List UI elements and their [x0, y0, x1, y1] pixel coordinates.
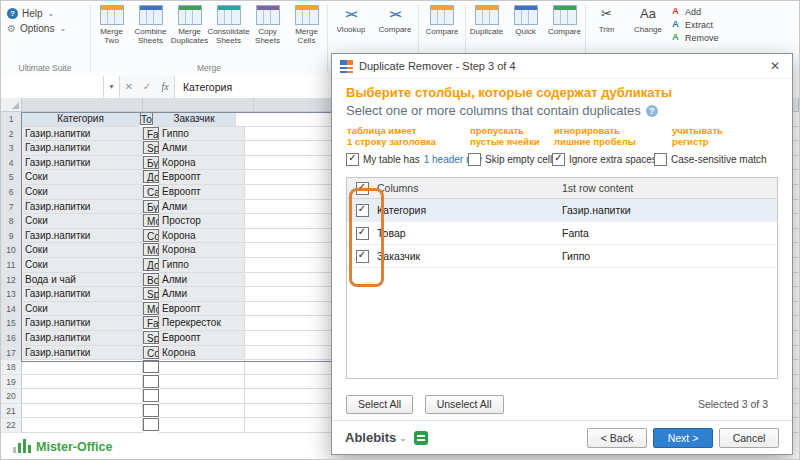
row-number[interactable]: 7 — [1, 200, 22, 215]
name-box[interactable] — [1, 76, 104, 98]
cell[interactable] — [143, 389, 159, 402]
ribbon-small-button[interactable]: A Remove — [670, 32, 719, 43]
cell[interactable]: Соки — [22, 185, 143, 200]
row-number[interactable]: 9 — [1, 229, 22, 244]
row-number[interactable]: 19 — [1, 375, 22, 390]
cell[interactable]: Газир.напитки — [22, 346, 143, 361]
column-header[interactable] — [22, 98, 143, 112]
options-menu[interactable]: ⚙ Options — [1, 21, 89, 36]
column-list-item[interactable]: Товар Fanta — [347, 222, 777, 245]
cell[interactable]: Газир.напитки — [22, 141, 143, 156]
row-number[interactable]: 14 — [1, 302, 22, 317]
ribbon-small-button[interactable]: A Add — [670, 6, 719, 17]
cell[interactable] — [22, 375, 143, 390]
cell[interactable]: Алми — [159, 200, 245, 215]
cell[interactable]: Coca-Cola Light — [143, 229, 159, 242]
help-circle-icon[interactable]: ? — [646, 105, 658, 117]
row-number[interactable]: 13 — [1, 287, 22, 302]
cell[interactable]: Соки — [22, 170, 143, 185]
cell[interactable] — [22, 418, 143, 433]
row-number[interactable]: 8 — [1, 214, 22, 229]
cell[interactable]: Корона — [159, 229, 245, 244]
help-menu[interactable]: ? Help — [1, 6, 89, 21]
cell[interactable]: Буратино — [143, 156, 159, 169]
cell[interactable]: Евроопт — [159, 331, 245, 346]
cell[interactable]: Корона — [159, 156, 245, 171]
cell[interactable]: Газир.напитки — [22, 331, 143, 346]
checkbox-icon[interactable] — [552, 153, 565, 166]
cell[interactable]: BonAqua — [143, 273, 159, 286]
cell[interactable]: Добрый виноград — [143, 258, 159, 271]
cell[interactable] — [143, 404, 159, 417]
row-number[interactable]: 18 — [1, 360, 22, 375]
cell[interactable]: Соки — [22, 214, 143, 229]
next-button[interactable]: Next > — [653, 428, 713, 448]
column-checkbox[interactable] — [356, 250, 369, 263]
ribbon-button[interactable]: Duplicate — [467, 5, 506, 45]
cell[interactable] — [159, 389, 245, 404]
row-number[interactable]: 11 — [1, 258, 22, 273]
cell[interactable]: Газир.напитки — [22, 316, 143, 331]
cancel-button[interactable]: Cancel — [719, 428, 779, 448]
row-number[interactable]: 10 — [1, 243, 22, 258]
ablebits-brand-menu[interactable]: Ablebits — [345, 430, 407, 445]
row-number[interactable]: 6 — [1, 185, 22, 200]
cell[interactable] — [159, 360, 245, 375]
column-list-item[interactable]: Категория Газир.напитки — [347, 199, 777, 222]
checkbox-icon[interactable] — [346, 153, 359, 166]
option-skip-empty-cells[interactable]: Skip empty cells — [468, 153, 557, 166]
row-number[interactable]: 17 — [1, 346, 22, 361]
cell[interactable]: Соки — [22, 302, 143, 317]
column-header[interactable] — [254, 98, 340, 112]
option-case-sensitive-match[interactable]: Case-sensitive match — [654, 153, 767, 166]
name-box-dropdown-icon[interactable]: ▾ — [104, 76, 120, 98]
close-icon[interactable]: ✕ — [766, 59, 784, 73]
row-number[interactable]: 12 — [1, 273, 22, 288]
cell[interactable]: Алми — [159, 287, 245, 302]
trim-button[interactable]: ✂ Trim — [587, 5, 626, 43]
cell[interactable] — [143, 360, 159, 373]
cell[interactable]: Евроопт — [159, 302, 245, 317]
option-my-table-has-header-row[interactable]: My table has 1 header row — [346, 153, 482, 166]
enter-icon[interactable]: ✓ — [138, 76, 156, 98]
ribbon-button[interactable]: CombineSheets — [131, 5, 170, 45]
ribbon-button[interactable]: MergeDuplicates — [170, 5, 209, 45]
cell[interactable]: Моя семья — [143, 302, 159, 315]
ribbon-button[interactable]: MergeCells — [287, 5, 326, 45]
cell[interactable] — [143, 375, 159, 388]
ribbon-button[interactable]: Compare — [420, 5, 464, 45]
cell[interactable]: Гиппо — [159, 127, 245, 142]
row-number[interactable]: 1 — [1, 112, 22, 127]
cell[interactable]: Заказчик — [153, 112, 236, 127]
cell[interactable]: Fanta — [143, 316, 159, 329]
ablebits-green-icon[interactable] — [414, 431, 428, 445]
cell[interactable]: Газир.напитки — [22, 229, 143, 244]
select-all-button[interactable]: Select All — [346, 395, 413, 414]
cell[interactable]: Газир.напитки — [22, 200, 143, 215]
cell[interactable] — [22, 389, 143, 404]
select-all-corner[interactable] — [1, 98, 22, 112]
row-number[interactable]: 16 — [1, 331, 22, 346]
ribbon-button[interactable]: Quick — [506, 5, 545, 45]
ribbon-button[interactable]: ConsolidateSheets — [209, 5, 248, 45]
ribbon-button[interactable]: CopySheets — [248, 5, 287, 45]
cell[interactable]: Буратино — [143, 200, 159, 213]
cell[interactable]: Корона — [159, 346, 245, 361]
cell[interactable]: Sprite — [143, 331, 159, 344]
row-number[interactable]: 3 — [1, 141, 22, 156]
cell[interactable]: Газир.напитки — [22, 127, 143, 142]
cell[interactable] — [159, 375, 245, 390]
row-number[interactable]: 21 — [1, 404, 22, 419]
cell[interactable]: Евроопт — [159, 185, 245, 200]
cell[interactable]: Sprite — [143, 287, 159, 300]
row-number[interactable]: 2 — [1, 127, 22, 142]
cell[interactable]: Простор — [159, 214, 245, 229]
ribbon-button[interactable]: >< Compare — [373, 5, 417, 43]
cell[interactable] — [22, 404, 143, 419]
cell[interactable]: Добрый экзотик — [143, 170, 159, 183]
cell[interactable]: Caprice — [143, 185, 159, 198]
cell[interactable]: Товар — [140, 112, 153, 125]
cell[interactable]: Моя семья — [143, 243, 159, 256]
row-number[interactable]: 5 — [1, 170, 22, 185]
column-header[interactable] — [143, 98, 254, 112]
